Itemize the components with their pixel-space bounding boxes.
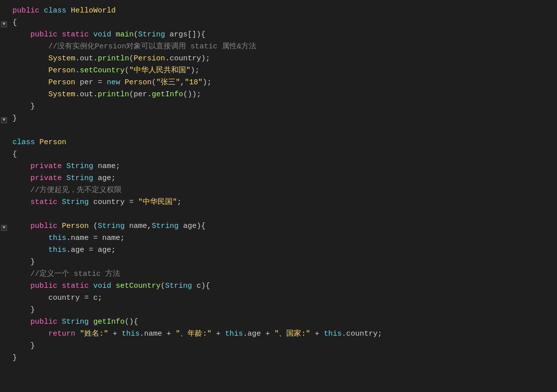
- code-tokens: System.out.println(per.getInfo());: [10, 89, 552, 100]
- code-line: public String getInfo(){: [0, 316, 557, 328]
- fold-indicator[interactable]: ▼: [1, 21, 7, 27]
- code-tokens: }: [10, 113, 552, 124]
- code-line: this.age = age;: [0, 244, 557, 256]
- code-line: public static void main(String args[]){: [0, 29, 557, 41]
- code-tokens: class Person: [10, 137, 552, 148]
- code-tokens: //没有实例化Persion对象可以直接调用 static 属性&方法: [10, 41, 552, 52]
- code-tokens: System.out.println(Persion.country);: [10, 53, 552, 64]
- code-tokens: private String name;: [10, 161, 552, 172]
- code-tokens: {: [10, 17, 552, 28]
- code-tokens: }: [10, 256, 552, 268]
- code-line: }: [0, 256, 557, 268]
- code-line: //方便起见，先不定义权限: [0, 185, 557, 196]
- code-line: ▼}: [0, 113, 557, 125]
- code-editor: public class HelloWorld▼{ public static …: [0, 0, 557, 369]
- fold-indicator[interactable]: ▼: [1, 225, 7, 231]
- code-line: ▼{: [0, 17, 557, 29]
- code-line: //定义一个 static 方法: [0, 268, 557, 280]
- code-tokens: public static void main(String args[]){: [10, 29, 552, 40]
- code-tokens: public String getInfo(){: [10, 316, 552, 328]
- code-tokens: private String age;: [10, 173, 552, 184]
- code-line: }: [0, 101, 557, 113]
- code-line: [0, 208, 557, 220]
- code-line: return "姓名:" + this.name + "、年龄:" + this…: [0, 328, 557, 340]
- code-tokens: public class HelloWorld: [10, 5, 552, 16]
- code-line: static String country = "中华民国";: [0, 196, 557, 208]
- code-tokens: return "姓名:" + this.name + "、年龄:" + this…: [10, 328, 552, 340]
- code-line: ▼ public Person (String name,String age)…: [0, 220, 557, 232]
- code-line: System.out.println(Persion.country);: [0, 53, 557, 65]
- code-tokens: public static void setCountry(String c){: [10, 280, 552, 292]
- code-line: Person per = new Person("张三","18");: [0, 77, 557, 89]
- code-line: }: [0, 304, 557, 316]
- code-line: public class HelloWorld: [0, 5, 557, 17]
- code-line: this.name = name;: [0, 232, 557, 244]
- code-line: System.out.println(per.getInfo());: [0, 89, 557, 101]
- code-tokens: this.name = name;: [10, 232, 552, 244]
- fold-indicator[interactable]: ▼: [1, 117, 7, 123]
- code-tokens: Person per = new Person("张三","18");: [10, 77, 552, 88]
- code-line: private String age;: [0, 173, 557, 185]
- code-line: class Person: [0, 137, 557, 149]
- code-tokens: //方便起见，先不定义权限: [10, 185, 552, 196]
- code-tokens: }: [10, 101, 552, 112]
- code-line: public static void setCountry(String c){: [0, 280, 557, 292]
- code-line: //没有实例化Persion对象可以直接调用 static 属性&方法: [0, 41, 557, 53]
- code-tokens: }: [10, 304, 552, 316]
- code-line: }: [0, 352, 557, 364]
- code-tokens: public Person (String name,String age){: [10, 220, 552, 232]
- code-tokens: }: [10, 340, 552, 352]
- code-line: [0, 125, 557, 137]
- code-tokens: country = c;: [10, 292, 552, 304]
- code-line: country = c;: [0, 292, 557, 304]
- code-tokens: }: [10, 352, 552, 364]
- code-tokens: {: [10, 149, 552, 160]
- code-line: Person.setCountry("中华人民共和国");: [0, 65, 557, 77]
- code-tokens: static String country = "中华民国";: [10, 196, 552, 208]
- code-line: }: [0, 340, 557, 352]
- code-tokens: //定义一个 static 方法: [10, 268, 552, 280]
- code-tokens: this.age = age;: [10, 244, 552, 256]
- code-tokens: Person.setCountry("中华人民共和国");: [10, 65, 552, 76]
- code-line: {: [0, 149, 557, 161]
- code-line: private String name;: [0, 161, 557, 173]
